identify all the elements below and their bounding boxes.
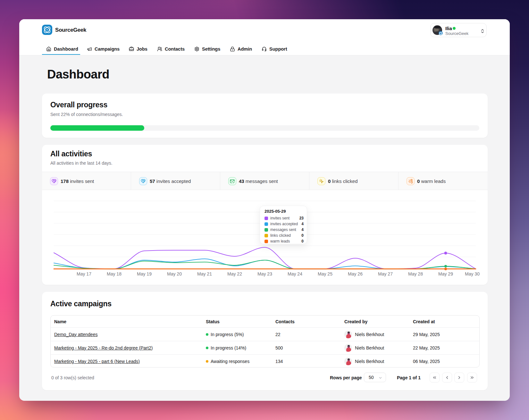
svg-text:May 25: May 25 (318, 271, 332, 276)
svg-text:May 17: May 17 (77, 271, 91, 276)
svg-text:May 24: May 24 (288, 271, 302, 276)
svg-text:May 18: May 18 (107, 271, 122, 276)
svg-text:May 20: May 20 (167, 271, 182, 276)
svg-text:May 22: May 22 (227, 271, 242, 276)
svg-text:May 29: May 29 (438, 271, 453, 276)
svg-text:May 26: May 26 (348, 271, 363, 276)
svg-text:May 21: May 21 (197, 271, 212, 276)
svg-text:May 30: May 30 (465, 271, 480, 276)
svg-text:May 28: May 28 (408, 271, 423, 276)
svg-text:May 19: May 19 (137, 271, 152, 276)
svg-text:May 23: May 23 (257, 271, 272, 276)
svg-text:May 27: May 27 (378, 271, 393, 276)
